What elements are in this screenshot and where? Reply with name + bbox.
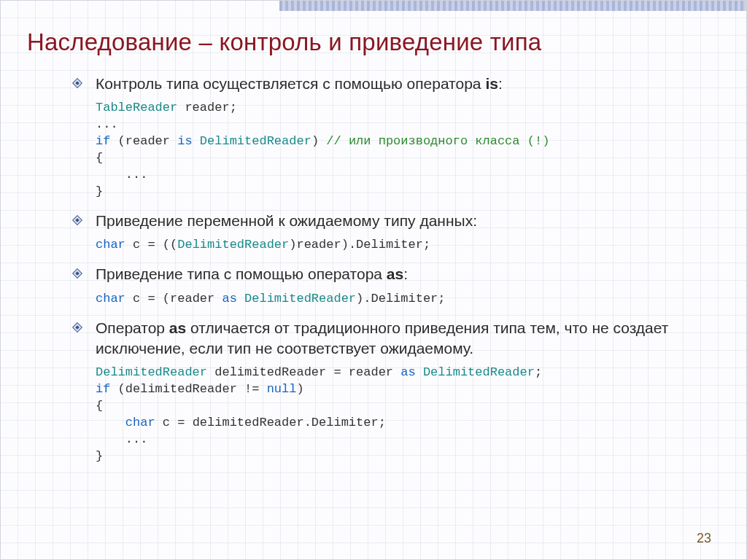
keyword-as: as [387, 265, 403, 282]
code-block-3: char c = (reader as DelimitedReader).Del… [96, 291, 726, 308]
code-text [96, 416, 125, 429]
code-text: ... [96, 168, 147, 182]
diamond-bullet-icon [72, 322, 82, 332]
bullet-item-3: Приведение типа с помощью оператора as: [72, 264, 726, 284]
code-comment: // или производного класса (!) [326, 134, 549, 148]
code-text: ... [96, 432, 147, 446]
code-type: DelimitedReader [96, 365, 207, 379]
code-text: (reader [110, 134, 177, 148]
code-text [237, 292, 244, 306]
bullet-text-4: Оператор as отличается от традиционного … [96, 318, 726, 359]
diamond-bullet-icon [72, 268, 82, 279]
code-text [416, 365, 423, 379]
bullet-text-1: Контроль типа осуществляется с помощью о… [96, 74, 503, 94]
text: Приведение типа с помощью оператора [96, 265, 387, 282]
code-text: ) [296, 382, 303, 396]
code-keyword: if [96, 382, 110, 396]
code-type: DelimitedReader [423, 365, 535, 379]
keyword-is: is [485, 75, 498, 92]
code-text: } [96, 449, 103, 463]
bullet-item-1: Контроль типа осуществляется с помощью о… [72, 74, 726, 94]
slide-number: 23 [697, 531, 711, 546]
bullet-text-2: Приведение переменной к ожидаемому типу … [96, 211, 477, 231]
code-text: c = delimitedReader.Delimiter; [155, 416, 386, 429]
code-type: DelimitedReader [200, 134, 311, 148]
text: Оператор [96, 319, 169, 336]
code-text: (delimitedReader != [110, 382, 266, 396]
code-text: reader; [177, 101, 237, 114]
slide-title: Наследование – контроль и приведение тип… [27, 28, 726, 56]
code-text: c = (reader [125, 292, 222, 306]
text: : [498, 75, 503, 92]
code-keyword: if [96, 134, 110, 148]
code-text: c = (( [125, 238, 177, 252]
text: : [403, 265, 408, 282]
bullet-item-4: Оператор as отличается от традиционного … [72, 318, 726, 359]
diamond-bullet-icon [72, 78, 82, 88]
code-block-1: TableReader reader; ... if (reader is De… [96, 100, 726, 201]
code-keyword: char [96, 292, 125, 306]
code-block-2: char c = ((DelimitedReader)reader).Delim… [96, 237, 726, 254]
code-text: ) [311, 134, 326, 148]
decorative-top-stripe [279, 1, 746, 11]
code-text: )reader).Delimiter; [289, 238, 430, 252]
slide-body: Наследование – контроль и приведение тип… [27, 28, 726, 471]
code-text: ; [535, 365, 542, 379]
code-text: ).Delimiter; [356, 292, 445, 306]
bullet-item-2: Приведение переменной к ожидаемому типу … [72, 211, 726, 231]
code-type: TableReader [96, 101, 177, 114]
code-keyword: as [222, 292, 236, 306]
code-text: { [96, 151, 103, 165]
code-text: } [96, 184, 103, 198]
code-text: delimitedReader = reader [207, 365, 400, 379]
code-type: DelimitedReader [244, 292, 356, 306]
code-keyword: as [400, 365, 415, 379]
code-keyword: is [177, 134, 192, 148]
code-text: ... [96, 117, 118, 131]
code-block-4: DelimitedReader delimitedReader = reader… [96, 365, 726, 465]
code-text [193, 134, 200, 148]
code-text: { [96, 399, 103, 413]
text: Контроль типа осуществляется с помощью о… [96, 75, 485, 92]
keyword-as: as [169, 319, 186, 336]
code-type: DelimitedReader [177, 238, 289, 252]
code-keyword: char [125, 416, 155, 429]
code-keyword: null [267, 382, 297, 396]
code-keyword: char [96, 238, 125, 252]
diamond-bullet-icon [72, 215, 82, 225]
bullet-text-3: Приведение типа с помощью оператора as: [96, 264, 408, 284]
